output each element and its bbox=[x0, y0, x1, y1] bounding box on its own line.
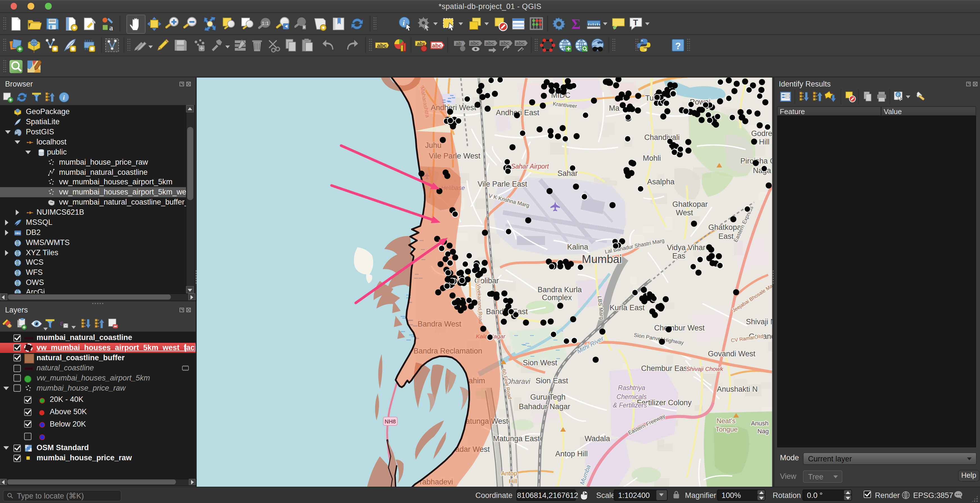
svg-text:Vile Parle East: Vile Parle East bbox=[478, 180, 527, 188]
svg-text:Chandivali: Chandivali bbox=[644, 133, 680, 142]
svg-text:Hill: Hill bbox=[509, 478, 517, 485]
svg-text:Bandra Kurla: Bandra Kurla bbox=[538, 285, 582, 294]
svg-text:Godrej: Godrej bbox=[751, 129, 772, 138]
svg-text:East: East bbox=[718, 232, 734, 240]
svg-text:Matunga East: Matunga East bbox=[493, 435, 540, 443]
svg-text:Ghatkopar: Ghatkopar bbox=[672, 200, 708, 209]
svg-text:Complex: Complex bbox=[542, 293, 572, 302]
svg-text:NH8: NH8 bbox=[385, 419, 396, 425]
svg-text:Mumbai: Mumbai bbox=[582, 253, 622, 265]
svg-text:Mohli: Mohli bbox=[643, 154, 661, 162]
svg-text:Sion West: Sion West bbox=[523, 358, 557, 367]
svg-text:Chembur East: Chembur East bbox=[641, 364, 690, 372]
svg-text:Neat's: Neat's bbox=[716, 417, 735, 425]
svg-text:Anushakti N: Anushakti N bbox=[717, 385, 758, 393]
svg-text:Kalina: Kalina bbox=[567, 243, 588, 251]
svg-text:Ma: Ma bbox=[609, 104, 619, 112]
svg-text:Vidya Vihar: Vidya Vihar bbox=[667, 244, 705, 252]
svg-text:Anush: Anush bbox=[751, 420, 768, 427]
svg-text:West: West bbox=[676, 209, 693, 217]
svg-text:Shivaji Chowk: Shivaji Chowk bbox=[686, 366, 724, 372]
svg-text:Nag: Nag bbox=[757, 428, 769, 435]
svg-text:Govandi West: Govandi West bbox=[708, 350, 756, 358]
svg-text:Rashtriya: Rashtriya bbox=[618, 384, 645, 392]
svg-text:Bahadur Nagar: Bahadur Nagar bbox=[519, 403, 570, 411]
svg-text:Eas: Eas bbox=[672, 252, 686, 260]
svg-text:Kurla East: Kurla East bbox=[610, 304, 645, 312]
svg-text:Shivaji N: Shivaji N bbox=[746, 318, 772, 326]
svg-text:Chembur West: Chembur West bbox=[654, 324, 705, 332]
svg-text:& Fertilizers: & Fertilizers bbox=[613, 401, 647, 409]
svg-text:Antop: Antop bbox=[501, 470, 517, 477]
svg-text:Wadala: Wadala bbox=[585, 435, 611, 443]
svg-text:Antop Hill: Antop Hill bbox=[555, 450, 588, 458]
svg-text:Sahar Airport: Sahar Airport bbox=[511, 163, 549, 170]
svg-text:Guru Tegh: Guru Tegh bbox=[530, 393, 566, 401]
svg-text:Tongue: Tongue bbox=[716, 425, 738, 433]
svg-text:Hill: Hill bbox=[759, 138, 770, 146]
svg-text:Asalpha: Asalpha bbox=[647, 178, 675, 186]
svg-text:Chemicals: Chemicals bbox=[616, 393, 647, 400]
svg-text:Sion East: Sion East bbox=[536, 377, 568, 385]
